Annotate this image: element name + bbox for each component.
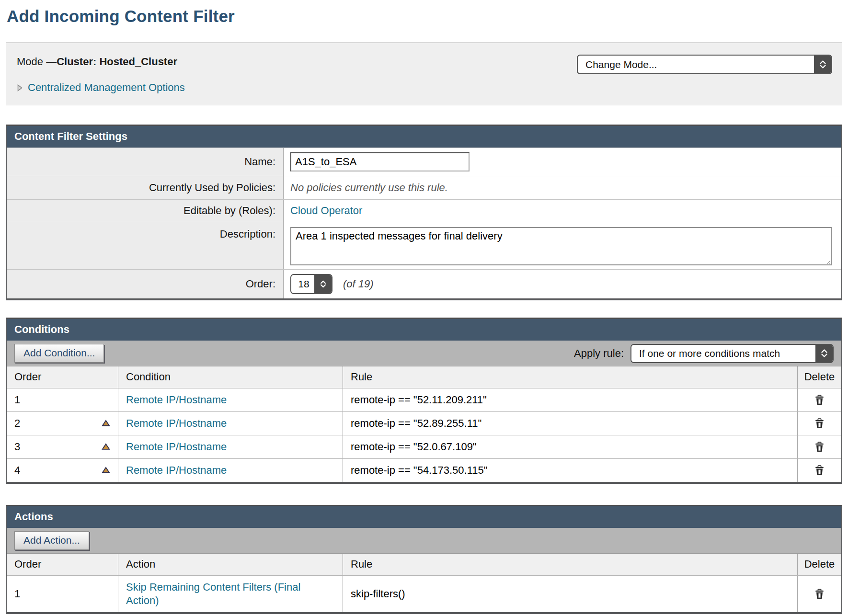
- actions-table-header: Order Action Rule Delete: [7, 554, 841, 575]
- action-link[interactable]: Skip Remaining Content Filters (Final Ac…: [126, 581, 327, 607]
- condition-row: 1 Remote IP/Hostname remote-ip == "52.11…: [7, 388, 841, 411]
- col-action: Action: [118, 554, 343, 575]
- col-delete: Delete: [798, 554, 841, 575]
- policies-value: No policies currently use this rule.: [284, 176, 841, 199]
- conditions-header: Conditions: [7, 319, 841, 341]
- content-filter-settings-header: Content Filter Settings: [7, 126, 841, 148]
- delete-action-button[interactable]: [814, 587, 825, 600]
- centralized-management-row: Centralized Management Options: [17, 81, 832, 94]
- up-down-chevrons-icon: [314, 275, 332, 293]
- content-filter-settings-section: Content Filter Settings Name: Currently …: [6, 125, 842, 300]
- apply-rule-select-value: If one or more conditions match: [631, 345, 815, 362]
- trash-icon: [814, 399, 825, 407]
- condition-rule: remote-ip == "54.173.50.115": [343, 459, 798, 482]
- right-triangle-expander-icon[interactable]: [17, 84, 23, 92]
- page-title: Add Incoming Content Filter: [7, 7, 842, 26]
- roles-label: Editable by (Roles):: [7, 200, 284, 222]
- condition-rule: remote-ip == "52.0.67.109": [343, 435, 798, 458]
- trash-icon: [814, 423, 825, 430]
- add-condition-button[interactable]: Add Condition...: [14, 344, 104, 363]
- actions-toolbar: Add Action...: [7, 528, 841, 554]
- order-label: Order:: [7, 270, 284, 298]
- description-textarea[interactable]: Area 1 inspected messages for final deli…: [290, 227, 832, 265]
- condition-order: 1: [14, 394, 20, 406]
- condition-row: 4 Remote IP/Hostname remote-ip == "54.17…: [7, 458, 841, 482]
- col-rule: Rule: [343, 554, 798, 575]
- conditions-section: Conditions Add Condition... Apply rule: …: [6, 318, 842, 484]
- actions-header: Actions: [7, 506, 841, 528]
- up-down-chevrons-icon: [815, 345, 833, 362]
- policies-label: Currently Used by Policies:: [7, 176, 284, 199]
- centralized-management-options-link[interactable]: Centralized Management Options: [28, 81, 185, 94]
- mode-value: Cluster: Hosted_Cluster: [57, 56, 177, 68]
- roles-row: Editable by (Roles): Cloud Operator: [7, 199, 841, 222]
- move-up-button[interactable]: [101, 419, 111, 428]
- col-order: Order: [7, 554, 118, 575]
- apply-rule-label: Apply rule:: [574, 347, 624, 360]
- col-rule: Rule: [343, 366, 798, 388]
- action-row: 1 Skip Remaining Content Filters (Final …: [7, 575, 841, 612]
- condition-link[interactable]: Remote IP/Hostname: [126, 441, 227, 453]
- delete-condition-button[interactable]: [814, 417, 825, 430]
- delete-condition-button[interactable]: [814, 393, 825, 406]
- change-mode-select[interactable]: Change Mode...: [577, 55, 832, 74]
- order-select-value: 18: [291, 275, 314, 293]
- condition-row: 2 Remote IP/Hostname remote-ip == "52.89…: [7, 411, 841, 435]
- name-label: Name:: [7, 148, 284, 176]
- apply-rule-select[interactable]: If one or more conditions match: [630, 344, 834, 363]
- conditions-toolbar: Add Condition... Apply rule: If one or m…: [7, 341, 841, 366]
- conditions-table-header: Order Condition Rule Delete: [7, 366, 841, 388]
- mode-panel: Mode —Cluster: Hosted_Cluster Change Mod…: [6, 42, 842, 105]
- move-up-arrow-icon: [102, 445, 110, 452]
- description-row: Description: Area 1 inspected messages f…: [7, 222, 841, 269]
- condition-link[interactable]: Remote IP/Hostname: [126, 464, 227, 477]
- condition-order: 3: [14, 441, 20, 453]
- trash-icon: [814, 470, 825, 477]
- order-total-text: (of 19): [343, 278, 374, 290]
- condition-order: 4: [14, 464, 20, 477]
- cloud-operator-link[interactable]: Cloud Operator: [290, 205, 362, 217]
- condition-order: 2: [14, 417, 20, 430]
- condition-link[interactable]: Remote IP/Hostname: [126, 394, 227, 406]
- col-order: Order: [7, 366, 118, 388]
- name-row: Name:: [7, 148, 841, 176]
- action-rule: skip-filters(): [343, 576, 798, 612]
- trash-icon: [814, 593, 825, 601]
- condition-rule: remote-ip == "52.89.255.11": [343, 412, 798, 435]
- action-order: 1: [14, 588, 20, 600]
- move-up-arrow-icon: [102, 468, 110, 475]
- order-row: Order: 18 (of 19): [7, 269, 841, 298]
- description-label: Description:: [7, 222, 284, 269]
- policies-row: Currently Used by Policies: No policies …: [7, 176, 841, 199]
- actions-section: Actions Add Action... Order Action Rule …: [6, 505, 842, 614]
- add-incoming-content-filter-page: Add Incoming Content Filter Mode —Cluste…: [0, 0, 848, 616]
- condition-row: 3 Remote IP/Hostname remote-ip == "52.0.…: [7, 435, 841, 458]
- delete-condition-button[interactable]: [814, 440, 825, 453]
- trash-icon: [814, 446, 825, 454]
- delete-condition-button[interactable]: [814, 464, 825, 477]
- add-action-button[interactable]: Add Action...: [14, 531, 89, 550]
- condition-link[interactable]: Remote IP/Hostname: [126, 417, 227, 430]
- order-select[interactable]: 18: [290, 274, 332, 294]
- change-mode-select-value: Change Mode...: [578, 56, 814, 73]
- condition-rule: remote-ip == "52.11.209.211": [343, 388, 798, 411]
- filter-name-input[interactable]: [290, 152, 470, 171]
- col-condition: Condition: [118, 366, 343, 388]
- move-up-button[interactable]: [101, 442, 111, 451]
- col-delete: Delete: [798, 366, 841, 388]
- move-up-button[interactable]: [101, 466, 111, 475]
- move-up-arrow-icon: [102, 421, 110, 428]
- mode-label: Mode —: [17, 56, 57, 68]
- up-down-chevrons-icon: [814, 56, 831, 73]
